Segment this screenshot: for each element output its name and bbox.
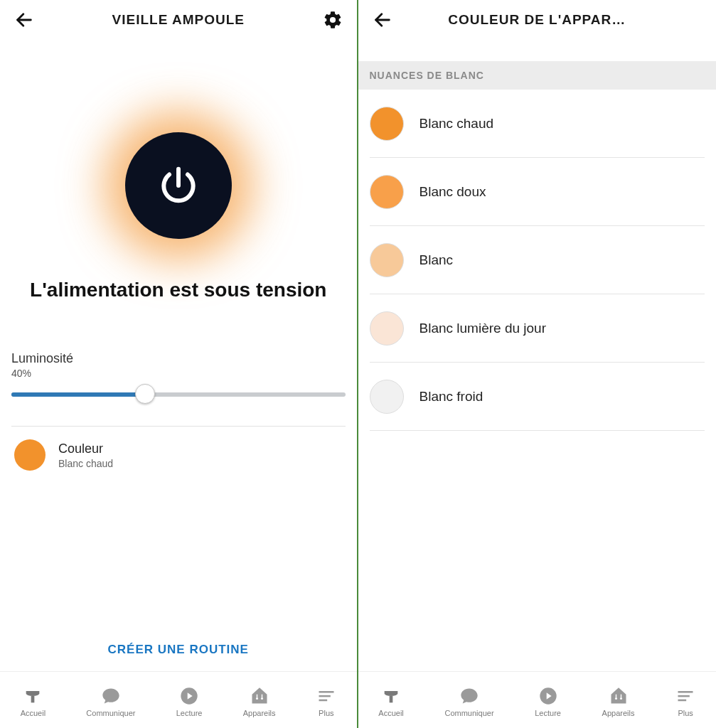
- brightness-control: Luminosité 40%: [11, 351, 346, 400]
- tab-bar: Accueil Communiquer Lecture Appareils Pl…: [358, 671, 717, 728]
- tab-label: Accueil: [21, 709, 46, 717]
- slider-fill: [11, 392, 145, 397]
- color-current-value: Blanc chaud: [58, 458, 113, 469]
- svg-rect-9: [319, 699, 327, 701]
- color-swatch-icon: [370, 380, 404, 414]
- tab-communicate[interactable]: Communiquer: [444, 686, 493, 717]
- svg-rect-18: [678, 695, 690, 697]
- settings-icon[interactable]: [320, 10, 346, 30]
- section-header-whites: NUANCES DE BLANC: [358, 61, 717, 90]
- option-cool-white[interactable]: Blanc froid: [370, 363, 705, 431]
- svg-point-4: [261, 697, 263, 699]
- color-label: Couleur: [58, 441, 113, 456]
- brightness-label: Luminosité: [11, 351, 346, 366]
- brightness-value: 40%: [11, 368, 346, 379]
- tab-label: Lecture: [176, 709, 203, 717]
- color-swatch-icon: [370, 107, 404, 141]
- tab-label: Lecture: [535, 709, 561, 717]
- color-picker-screen: COULEUR DE L'APPAR… NUANCES DE BLANC Bla…: [358, 0, 717, 728]
- tab-communicate[interactable]: Communiquer: [86, 686, 135, 717]
- device-control-screen: VIEILLE AMPOULE L'alimentation est sous …: [0, 0, 358, 728]
- color-setting-row[interactable]: Couleur Blanc chaud: [11, 427, 346, 471]
- svg-rect-16: [620, 694, 621, 697]
- svg-point-13: [615, 697, 617, 699]
- tab-play[interactable]: Lecture: [535, 686, 561, 717]
- chat-icon: [101, 686, 121, 706]
- tab-label: Accueil: [378, 709, 403, 717]
- option-soft-white[interactable]: Blanc doux: [370, 158, 705, 226]
- color-swatch-icon: [370, 243, 404, 277]
- devices-icon: [250, 686, 269, 706]
- color-swatch-icon: [370, 175, 404, 209]
- option-white[interactable]: Blanc: [370, 226, 705, 294]
- back-icon[interactable]: [370, 10, 395, 30]
- option-daylight-white[interactable]: Blanc lumière du jour: [370, 294, 705, 363]
- tab-more[interactable]: Plus: [675, 686, 695, 717]
- power-toggle-button[interactable]: [125, 132, 232, 239]
- slider-thumb[interactable]: [135, 384, 155, 404]
- svg-rect-7: [319, 691, 333, 693]
- option-warm-white[interactable]: Blanc chaud: [370, 90, 705, 158]
- svg-rect-19: [678, 699, 687, 701]
- brightness-slider[interactable]: [11, 387, 346, 400]
- white-shades-list: Blanc chaud Blanc doux Blanc Blanc lumiè…: [358, 90, 717, 431]
- color-swatch-icon: [370, 311, 404, 346]
- svg-rect-11: [390, 696, 393, 702]
- svg-rect-8: [319, 695, 330, 697]
- svg-rect-6: [261, 694, 262, 697]
- home-icon: [381, 686, 401, 706]
- tab-label: Communiquer: [86, 709, 135, 717]
- page-title: COULEUR DE L'APPAR…: [395, 12, 680, 28]
- tab-devices[interactable]: Appareils: [602, 686, 635, 717]
- option-label: Blanc: [420, 252, 454, 268]
- svg-rect-15: [615, 694, 616, 697]
- svg-rect-1: [31, 696, 35, 702]
- option-label: Blanc froid: [420, 389, 483, 405]
- tab-more[interactable]: Plus: [316, 686, 336, 717]
- tab-home[interactable]: Accueil: [21, 686, 46, 717]
- home-icon: [23, 686, 43, 706]
- option-label: Blanc lumière du jour: [420, 321, 546, 336]
- option-label: Blanc chaud: [420, 116, 494, 132]
- option-label: Blanc doux: [420, 184, 486, 200]
- more-icon: [675, 686, 695, 706]
- header: VIEILLE AMPOULE: [0, 0, 357, 40]
- tab-label: Plus: [319, 709, 333, 717]
- tab-label: Plus: [678, 709, 693, 717]
- color-swatch: [14, 439, 46, 471]
- tab-label: Appareils: [602, 709, 635, 717]
- tab-play[interactable]: Lecture: [176, 686, 203, 717]
- chat-icon: [459, 686, 479, 706]
- svg-rect-17: [678, 691, 693, 693]
- play-icon: [538, 686, 558, 706]
- create-routine-link[interactable]: CRÉER UNE ROUTINE: [11, 643, 346, 657]
- header: COULEUR DE L'APPAR…: [358, 0, 717, 40]
- play-icon: [179, 686, 199, 706]
- back-icon[interactable]: [11, 10, 37, 30]
- svg-point-3: [256, 697, 258, 699]
- tab-home[interactable]: Accueil: [378, 686, 403, 717]
- more-icon: [316, 686, 336, 706]
- page-title: VIEILLE AMPOULE: [37, 12, 320, 28]
- power-status: L'alimentation est sous tension: [11, 279, 346, 301]
- svg-point-14: [620, 697, 622, 699]
- tab-bar: Accueil Communiquer Lecture Appareils Pl…: [0, 671, 357, 728]
- tab-devices[interactable]: Appareils: [243, 686, 276, 717]
- tab-label: Communiquer: [444, 709, 493, 717]
- devices-icon: [609, 686, 629, 706]
- tab-label: Appareils: [243, 709, 276, 717]
- power-icon: [156, 164, 201, 208]
- svg-rect-5: [256, 694, 257, 697]
